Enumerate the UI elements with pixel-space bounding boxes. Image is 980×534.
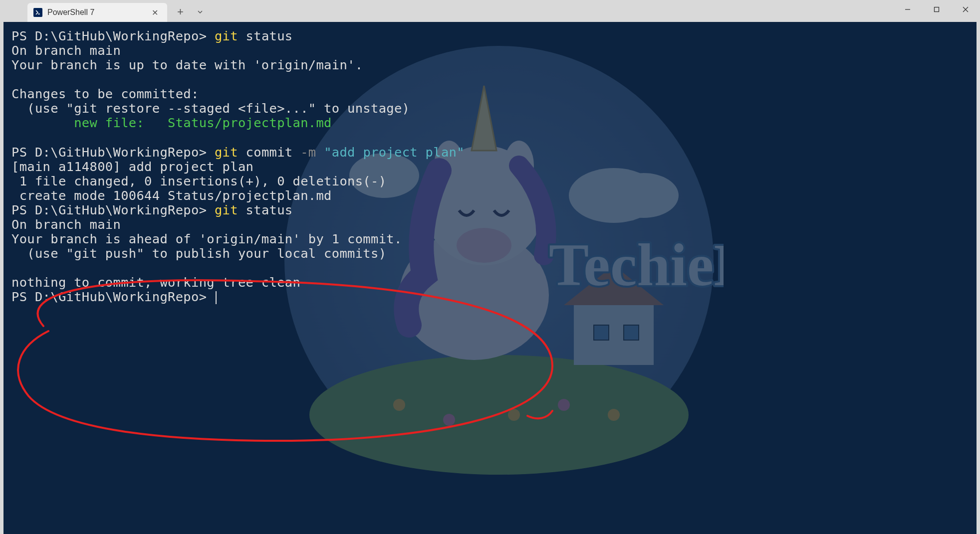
prompt: PS D:\GitHub\WorkingRepo>	[11, 28, 207, 43]
cmd-arg: status	[238, 202, 293, 217]
prompt: PS D:\GitHub\WorkingRepo>	[11, 145, 207, 160]
svg-point-21	[443, 414, 455, 426]
tab-close-button[interactable]: ✕	[149, 8, 161, 17]
powershell-icon	[33, 8, 42, 17]
new-tab-button[interactable]: +	[172, 5, 189, 18]
active-tab[interactable]: PowerShell 7 ✕	[27, 3, 167, 22]
maximize-button[interactable]	[922, 0, 951, 19]
output-line: On branch main	[11, 43, 121, 58]
svg-rect-2	[935, 7, 939, 12]
cmd-git: git	[215, 145, 238, 160]
svg-rect-10	[574, 305, 654, 365]
svg-rect-13	[624, 325, 639, 340]
svg-point-9	[309, 355, 689, 475]
output-line: 1 file changed, 0 insertions(+), 0 delet…	[11, 174, 386, 188]
output-line: Your branch is ahead of 'origin/main' by…	[11, 231, 402, 246]
svg-point-22	[508, 409, 520, 421]
svg-rect-12	[594, 325, 609, 340]
cmd-git: git	[215, 202, 238, 217]
tab-dropdown-button[interactable]	[192, 8, 209, 17]
close-button[interactable]	[951, 0, 980, 19]
staged-file: new file: Status/projectplan.md	[11, 115, 332, 130]
window-controls	[893, 0, 980, 19]
output-line: nothing to commit, working tree clean	[11, 275, 300, 290]
output-line: Your branch is up to date with 'origin/m…	[11, 57, 363, 72]
output-line: Changes to be committed:	[11, 86, 199, 101]
title-bar: PowerShell 7 ✕ +	[0, 0, 980, 22]
output-line: On branch main	[11, 217, 121, 232]
prompt: PS D:\GitHub\WorkingRepo>	[11, 202, 207, 217]
cmd-flag: -m	[293, 145, 316, 160]
text-cursor	[216, 291, 217, 304]
svg-point-23	[558, 399, 570, 411]
prompt: PS D:\GitHub\WorkingRepo>	[11, 289, 207, 304]
output-line: [main a114800] add project plan	[11, 159, 253, 174]
cmd-arg: status	[238, 28, 293, 43]
output-line: create mode 100644 Status/projectplan.md	[11, 188, 332, 203]
tab-title: PowerShell 7	[47, 8, 149, 17]
svg-point-24	[608, 409, 620, 421]
minimize-button[interactable]	[893, 0, 922, 19]
svg-point-20	[393, 399, 405, 411]
cmd-arg: commit	[238, 145, 293, 160]
output-line: (use "git push" to publish your local co…	[11, 246, 386, 261]
cmd-git: git	[215, 28, 238, 43]
output-line: (use "git restore --staged <file>..." to…	[11, 101, 410, 116]
cmd-string: "add project plan"	[316, 145, 464, 160]
terminal-body[interactable]: TechieLass PS D:\GitHub\WorkingRepo> git…	[3, 22, 977, 534]
terminal-output: PS D:\GitHub\WorkingRepo> git status On …	[11, 29, 969, 304]
